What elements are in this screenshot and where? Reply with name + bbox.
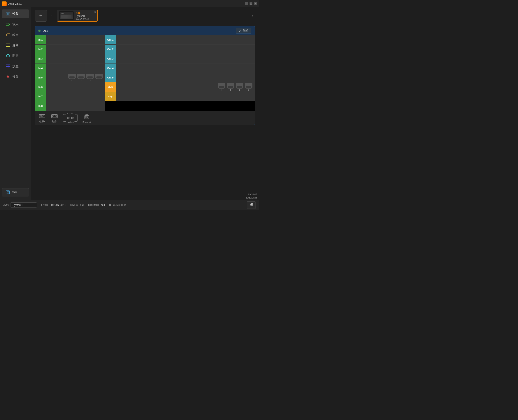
device-panel: D12 编辑 In 1 Out 1 bbox=[35, 26, 255, 125]
hdmi-connector-in-4[interactable] bbox=[68, 74, 76, 79]
sidebar-item-screen[interactable]: 屏幕 bbox=[2, 41, 29, 50]
genlock-label: Genlock bbox=[66, 121, 74, 123]
hdmi-connector-in-1[interactable] bbox=[95, 74, 103, 79]
sidebar-item-preview[interactable]: 预监 bbox=[2, 62, 29, 71]
in-5-label: In 5 bbox=[35, 73, 46, 82]
device-panel-title: D12 bbox=[43, 29, 234, 32]
out-3-label: Out 3 bbox=[105, 54, 116, 63]
main-content: + ‹ ✕ D12 D12 System1 192.168.0.10 › D12 bbox=[31, 8, 259, 200]
in-5-content[interactable]: 4 3 2 1 bbox=[46, 73, 105, 82]
svg-rect-1 bbox=[3, 3, 4, 3]
svg-rect-22 bbox=[7, 191, 9, 192]
hdmi-connector-mvr-4[interactable] bbox=[218, 83, 225, 89]
svg-rect-5 bbox=[8, 13, 9, 14]
settings-icon bbox=[6, 75, 10, 79]
output-row-mvr: MVR 4 3 2 bbox=[105, 82, 255, 92]
out-1-content[interactable] bbox=[116, 35, 255, 44]
out-3-content[interactable] bbox=[116, 54, 255, 63]
svg-line-24 bbox=[241, 30, 241, 30]
status-settings-button[interactable] bbox=[247, 201, 256, 209]
out-4-content[interactable] bbox=[116, 63, 255, 73]
out-5-content[interactable] bbox=[116, 73, 255, 82]
screen-icon bbox=[6, 44, 10, 47]
in-4-label: In 4 bbox=[35, 63, 46, 73]
save-label: 保存 bbox=[11, 190, 17, 194]
ethernet-item[interactable]: Ethernet bbox=[83, 114, 91, 123]
svg-rect-17 bbox=[6, 67, 8, 68]
sidebar-label-input: 输入 bbox=[12, 22, 18, 26]
in-4-content[interactable] bbox=[46, 63, 105, 73]
exp-content[interactable] bbox=[116, 92, 255, 101]
sidebar-label-preview: 预监 bbox=[12, 64, 18, 68]
power2-item[interactable]: 电源2 bbox=[51, 113, 58, 123]
device-info: D12 System1 192.168.0.10 bbox=[76, 12, 95, 20]
add-device-button[interactable]: + bbox=[35, 10, 47, 22]
genlock-item[interactable]: IN-LOOP Genlock bbox=[63, 114, 77, 122]
hdmi-connector-in-3[interactable] bbox=[77, 74, 85, 79]
in-7-content[interactable] bbox=[46, 92, 105, 101]
out-2-content[interactable] bbox=[116, 45, 255, 54]
in-2-label: In 2 bbox=[35, 45, 46, 54]
sidebar-label-devices: 设备 bbox=[12, 12, 18, 16]
device-thumbnail-label: D12 bbox=[61, 13, 64, 15]
mvr-content[interactable]: 4 3 2 1 bbox=[116, 82, 255, 92]
output-icon bbox=[6, 33, 10, 37]
in-8-content[interactable] bbox=[46, 101, 105, 111]
save-button[interactable]: 保存 bbox=[2, 188, 29, 196]
hdmi-3-in[interactable]: 3 bbox=[77, 74, 85, 82]
sync-status-dot bbox=[109, 204, 111, 206]
power1-icon bbox=[38, 113, 46, 119]
time-display: 09:34:47 29/10/2023 bbox=[246, 193, 257, 199]
hdmi-2-in[interactable]: 2 bbox=[86, 74, 94, 82]
device-card-close[interactable]: ✕ bbox=[94, 11, 96, 14]
in-2-content[interactable] bbox=[46, 45, 105, 54]
date: 29/10/2023 bbox=[246, 196, 257, 199]
power2-label: 电源2 bbox=[52, 120, 57, 123]
sidebar-item-settings[interactable]: 设置 bbox=[2, 72, 29, 81]
hdmi-connector-mvr-2[interactable] bbox=[236, 83, 243, 89]
device-thumbnail: D12 bbox=[59, 11, 74, 20]
hdmi-connector-mvr-3[interactable] bbox=[227, 83, 234, 89]
sidebar-item-layer[interactable]: 图层 bbox=[2, 51, 29, 60]
edit-button[interactable]: 编辑 bbox=[236, 28, 251, 33]
maximize-button[interactable]: □ bbox=[250, 2, 252, 5]
in-1-content[interactable] bbox=[46, 35, 105, 44]
sidebar-item-input[interactable]: 输入 bbox=[2, 20, 29, 29]
device-icon bbox=[6, 12, 10, 16]
input-row-1: In 1 bbox=[35, 35, 105, 44]
in-6-content[interactable] bbox=[46, 82, 105, 92]
in-3-content[interactable] bbox=[46, 54, 105, 63]
svg-point-30 bbox=[55, 115, 57, 117]
nav-right-button[interactable]: › bbox=[250, 10, 255, 22]
power1-label: 电源1 bbox=[39, 120, 45, 123]
sidebar-item-devices[interactable]: 设备 bbox=[2, 9, 29, 18]
svg-point-29 bbox=[53, 115, 54, 117]
input-row-5: In 5 4 3 bbox=[35, 73, 105, 82]
device-ip: 192.168.0.10 bbox=[76, 17, 95, 20]
hdmi-3-mvr[interactable]: 3 bbox=[226, 83, 235, 91]
svg-rect-7 bbox=[6, 23, 9, 26]
sidebar-item-output[interactable]: 输出 bbox=[2, 30, 29, 39]
in-8-label: In 8 bbox=[35, 101, 46, 111]
sync-status-label: 同步未开启 bbox=[113, 203, 126, 207]
hdmi-1-in[interactable]: 1 bbox=[95, 74, 103, 82]
device-card[interactable]: ✕ D12 D12 System1 192.168.0.10 bbox=[57, 10, 98, 22]
input-row-7: In 7 bbox=[35, 92, 105, 101]
close-button[interactable]: ✕ bbox=[254, 2, 257, 5]
minimize-button[interactable]: — bbox=[245, 2, 248, 5]
hdmi-4-in[interactable]: 4 bbox=[68, 74, 76, 82]
output-row-3: Out 3 bbox=[105, 54, 255, 63]
power1-item[interactable]: 电源1 bbox=[38, 113, 46, 123]
input-row-2: In 2 bbox=[35, 45, 105, 54]
nav-left-button[interactable]: ‹ bbox=[49, 10, 54, 22]
hdmi-connector-mvr-1[interactable] bbox=[245, 83, 252, 89]
hdmi-1-mvr[interactable]: 1 bbox=[244, 83, 253, 91]
svg-rect-0 bbox=[3, 3, 6, 4]
sync-freq-field: 同步帧频 null bbox=[88, 203, 105, 207]
hdmi-2-mvr[interactable]: 2 bbox=[235, 83, 244, 91]
sync-source-label: 同步源 bbox=[70, 203, 78, 207]
hdmi-connector-in-2[interactable] bbox=[86, 74, 94, 79]
output-row-4: Out 4 bbox=[105, 63, 255, 73]
hdmi-4-mvr[interactable]: 4 bbox=[217, 83, 226, 91]
name-input[interactable] bbox=[10, 202, 37, 208]
